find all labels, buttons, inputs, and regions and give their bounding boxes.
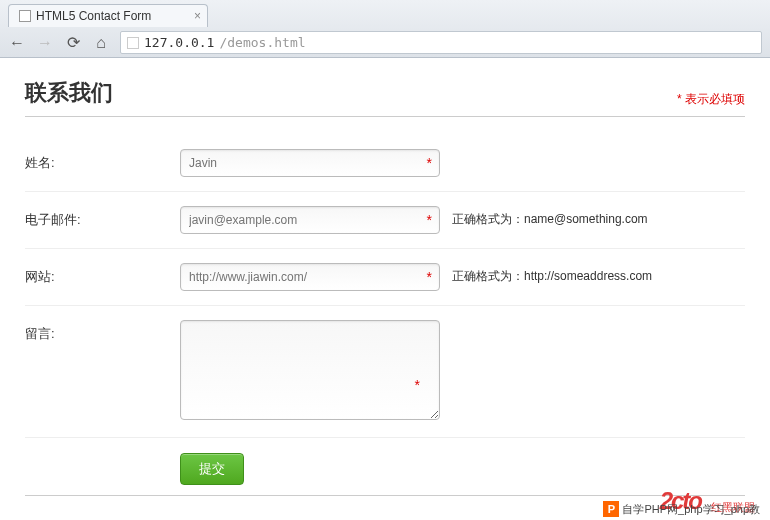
- required-star-icon: *: [415, 377, 420, 393]
- tab-favicon-icon: [19, 10, 31, 22]
- back-button[interactable]: ←: [8, 34, 26, 52]
- submit-row: 提交: [25, 438, 745, 496]
- php-text: 自学PHP网_php学习_php教: [622, 502, 760, 517]
- php-badge: P 自学PHP网_php学习_php教: [603, 501, 760, 517]
- message-textarea[interactable]: [180, 320, 440, 420]
- required-note: * 表示必填项: [677, 91, 745, 108]
- page-header: 联系我们 * 表示必填项: [25, 78, 745, 117]
- url-bar[interactable]: 127.0.0.1/demos.html: [120, 31, 762, 54]
- tab-bar: HTML5 Contact Form ×: [0, 0, 770, 27]
- url-favicon-icon: [127, 37, 139, 49]
- required-star-icon: *: [427, 155, 432, 171]
- email-hint: 正确格式为：name@something.com: [452, 206, 648, 228]
- website-label: 网站:: [25, 263, 180, 286]
- website-input[interactable]: [180, 263, 440, 291]
- url-host: 127.0.0.1: [144, 35, 214, 50]
- nav-bar: ← → ⟳ ⌂ 127.0.0.1/demos.html: [0, 27, 770, 58]
- name-label: 姓名:: [25, 149, 180, 172]
- tab-title: HTML5 Contact Form: [36, 9, 151, 23]
- home-button-icon[interactable]: ⌂: [92, 34, 110, 52]
- forward-button[interactable]: →: [36, 34, 54, 52]
- browser-chrome: HTML5 Contact Form × ← → ⟳ ⌂ 127.0.0.1/d…: [0, 0, 770, 58]
- website-hint: 正确格式为：http://someaddress.com: [452, 263, 652, 285]
- tab-close-icon[interactable]: ×: [194, 9, 201, 23]
- required-star-icon: *: [427, 212, 432, 228]
- form-row-name: 姓名: *: [25, 135, 745, 192]
- message-label: 留言:: [25, 320, 180, 343]
- form-row-website: 网站: * 正确格式为：http://someaddress.com: [25, 249, 745, 306]
- name-input[interactable]: [180, 149, 440, 177]
- required-star-icon: *: [427, 269, 432, 285]
- page-title: 联系我们: [25, 78, 113, 108]
- form-row-message: 留言: *: [25, 306, 745, 438]
- email-input[interactable]: [180, 206, 440, 234]
- page-content: 联系我们 * 表示必填项 姓名: * 电子邮件: * 正确格式为：name@so…: [0, 58, 770, 516]
- url-path: /demos.html: [219, 35, 305, 50]
- email-label: 电子邮件:: [25, 206, 180, 229]
- reload-button[interactable]: ⟳: [64, 34, 82, 52]
- submit-button[interactable]: 提交: [180, 453, 244, 485]
- form-row-email: 电子邮件: * 正确格式为：name@something.com: [25, 192, 745, 249]
- browser-tab[interactable]: HTML5 Contact Form ×: [8, 4, 208, 27]
- php-icon: P: [603, 501, 619, 517]
